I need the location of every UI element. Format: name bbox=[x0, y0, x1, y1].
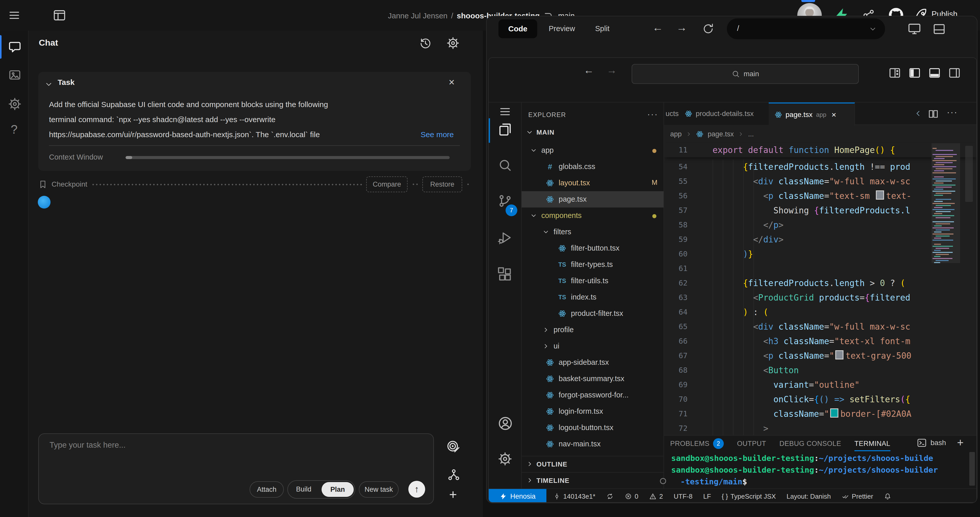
tree-item-filter-utils.ts[interactable]: TSfilter-utils.ts bbox=[522, 273, 664, 289]
see-more-link[interactable]: See more bbox=[418, 127, 454, 142]
tree-item-login-form.tsx[interactable]: login-form.tsx bbox=[522, 403, 664, 420]
send-button[interactable]: ↑ bbox=[408, 481, 425, 498]
build-plan-toggle[interactable]: Build Plan bbox=[287, 480, 355, 499]
build-option[interactable]: Build bbox=[296, 485, 311, 493]
terminal-scrollbar[interactable] bbox=[969, 452, 975, 486]
reload-icon[interactable] bbox=[702, 22, 714, 35]
extensions-icon[interactable] bbox=[497, 266, 513, 282]
explorer-sidebar: EXPLORER ··· MAIN app#globals.csslayout.… bbox=[522, 103, 664, 488]
design-target-icon[interactable] bbox=[446, 439, 460, 453]
status-layout-danish[interactable]: Layout: Danish bbox=[787, 493, 831, 500]
history-icon[interactable] bbox=[419, 37, 432, 49]
run-debug-icon[interactable] bbox=[497, 230, 513, 245]
context-window-fill bbox=[126, 156, 132, 159]
section-timeline[interactable]: TIMELINE bbox=[522, 472, 664, 488]
tree-item-globals.css[interactable]: #globals.css bbox=[522, 159, 664, 175]
new-task-button[interactable]: New task bbox=[359, 481, 399, 498]
tree-item-profile[interactable]: profile bbox=[522, 322, 664, 338]
status-lf[interactable]: LF bbox=[703, 493, 711, 500]
panel-bottom-icon[interactable] bbox=[932, 22, 946, 36]
status-140143e1-[interactable]: 140143e1* bbox=[553, 493, 595, 500]
tree-item-components[interactable]: components bbox=[522, 208, 664, 224]
nav-back-icon[interactable]: ← bbox=[652, 21, 663, 34]
editor-forward-icon[interactable]: → bbox=[607, 65, 617, 76]
restore-button[interactable]: Restore bbox=[422, 176, 462, 192]
tree-item-app-sidebar.tsx[interactable]: app-sidebar.tsx bbox=[522, 354, 664, 371]
tree-item-layout.tsx[interactable]: layout.tsxM bbox=[522, 175, 664, 191]
search-sidebar-icon[interactable] bbox=[497, 157, 513, 173]
code-line-61: 61 bbox=[664, 261, 977, 276]
editor-back-icon[interactable]: ← bbox=[584, 65, 594, 76]
tree-item-filters[interactable]: filters bbox=[522, 224, 664, 240]
image-icon[interactable] bbox=[8, 68, 21, 82]
status-prettier[interactable]: Prettier bbox=[842, 493, 873, 500]
tree-item-app[interactable]: app bbox=[522, 142, 664, 159]
checkpoint-dot[interactable] bbox=[38, 196, 51, 209]
task-card: Task × Add the official Supabase UI clie… bbox=[38, 72, 471, 171]
terminal-tab-problems[interactable]: PROBLEMS2 bbox=[670, 438, 724, 449]
tree-item-index.ts[interactable]: TSindex.ts bbox=[522, 289, 664, 305]
code-line-69: 69 variant="outline" bbox=[664, 377, 977, 392]
chat-settings-gear-icon[interactable] bbox=[446, 36, 460, 50]
chevron-down-icon[interactable] bbox=[45, 80, 53, 89]
tree-item-basket-summary.tsx[interactable]: basket-summary.tsx bbox=[522, 371, 664, 387]
terminal-tab-debug-console[interactable]: DEBUG CONSOLE bbox=[780, 440, 841, 448]
explorer-icon[interactable] bbox=[497, 122, 513, 137]
chevron-right-icon bbox=[526, 477, 533, 484]
tree-item-filter-button.tsx[interactable]: filter-button.tsx bbox=[522, 240, 664, 257]
status-typescript-jsx[interactable]: { }TypeScript JSX bbox=[722, 493, 776, 500]
manage-gear-icon[interactable] bbox=[497, 451, 513, 466]
status-2[interactable]: 2 bbox=[649, 493, 663, 500]
nav-forward-icon[interactable]: → bbox=[676, 21, 687, 34]
tree-item-forgot-password-for...[interactable]: forgot-password-for... bbox=[522, 387, 664, 403]
toggle-sidebar-right-icon[interactable] bbox=[948, 67, 961, 79]
breadcrumb-owner[interactable]: Janne Jul Jensen bbox=[388, 11, 448, 20]
node-tree-icon[interactable] bbox=[447, 468, 460, 481]
tree-item-filter-types.ts[interactable]: TSfilter-types.ts bbox=[522, 257, 664, 273]
layout-panel-icon[interactable] bbox=[52, 9, 66, 22]
status-belli[interactable] bbox=[884, 493, 891, 500]
chat-bubble-icon[interactable] bbox=[8, 40, 22, 54]
menu-icon[interactable] bbox=[8, 9, 21, 21]
terminal-tab-output[interactable]: OUTPUT bbox=[737, 440, 766, 448]
compare-button[interactable]: Compare bbox=[366, 176, 407, 192]
shell-selector[interactable]: bash bbox=[917, 438, 946, 448]
attach-button[interactable]: Attach bbox=[250, 481, 284, 498]
tree-item-page.tsx[interactable]: page.tsx bbox=[522, 191, 664, 208]
section-outline[interactable]: OUTLINE bbox=[522, 456, 664, 472]
accounts-icon[interactable] bbox=[497, 416, 513, 431]
vscode-menu-icon[interactable] bbox=[499, 106, 511, 118]
tab-split[interactable]: Split bbox=[595, 24, 609, 33]
code-line-71: 71 className="border-[#02A0A bbox=[664, 407, 977, 421]
toggle-panel-icon[interactable] bbox=[928, 67, 941, 79]
editor-scrollbar[interactable] bbox=[965, 146, 973, 202]
activity-active-indicator bbox=[489, 118, 490, 143]
open-in-window-icon[interactable] bbox=[907, 22, 921, 36]
tree-item-logout-button.tsx[interactable]: logout-button.tsx bbox=[522, 420, 664, 436]
toggle-sidebar-left-icon[interactable] bbox=[908, 67, 921, 79]
task-input[interactable]: Type your task here... Attach Build Plan… bbox=[38, 433, 434, 504]
status-utf-8[interactable]: UTF-8 bbox=[674, 493, 693, 500]
customize-layout-icon[interactable] bbox=[888, 67, 901, 79]
add-icon[interactable]: + bbox=[449, 487, 457, 502]
url-chevron-down-icon[interactable] bbox=[869, 25, 877, 33]
tree-item-product-filter.tsx[interactable]: product-filter.tsx bbox=[522, 305, 664, 322]
gear-icon[interactable] bbox=[8, 97, 22, 111]
remote-indicator[interactable]: Henosia bbox=[489, 489, 546, 503]
tab-code[interactable]: Code bbox=[498, 19, 537, 38]
tree-item-ui[interactable]: ui bbox=[522, 338, 664, 354]
close-icon[interactable]: × bbox=[449, 76, 455, 88]
plan-option[interactable]: Plan bbox=[321, 482, 354, 497]
terminal-tab-terminal[interactable]: TERMINAL bbox=[854, 440, 891, 448]
help-icon[interactable]: ? bbox=[11, 122, 18, 136]
command-center-search[interactable]: main bbox=[632, 64, 859, 84]
file-tree: app#globals.csslayout.tsxMpage.tsxcompon… bbox=[522, 103, 664, 456]
status-synci[interactable] bbox=[606, 493, 614, 500]
new-terminal-icon[interactable]: + bbox=[957, 436, 964, 449]
tab-preview[interactable]: Preview bbox=[549, 24, 575, 33]
url-bar[interactable]: / bbox=[727, 18, 885, 39]
tree-item-nav-main.tsx[interactable]: nav-main.tsx bbox=[522, 436, 664, 452]
status-0[interactable]: 0 bbox=[625, 493, 638, 500]
minimap-slider[interactable] bbox=[932, 143, 960, 263]
code-line-54: 54 {filteredProducts.length !== prod bbox=[664, 160, 977, 174]
